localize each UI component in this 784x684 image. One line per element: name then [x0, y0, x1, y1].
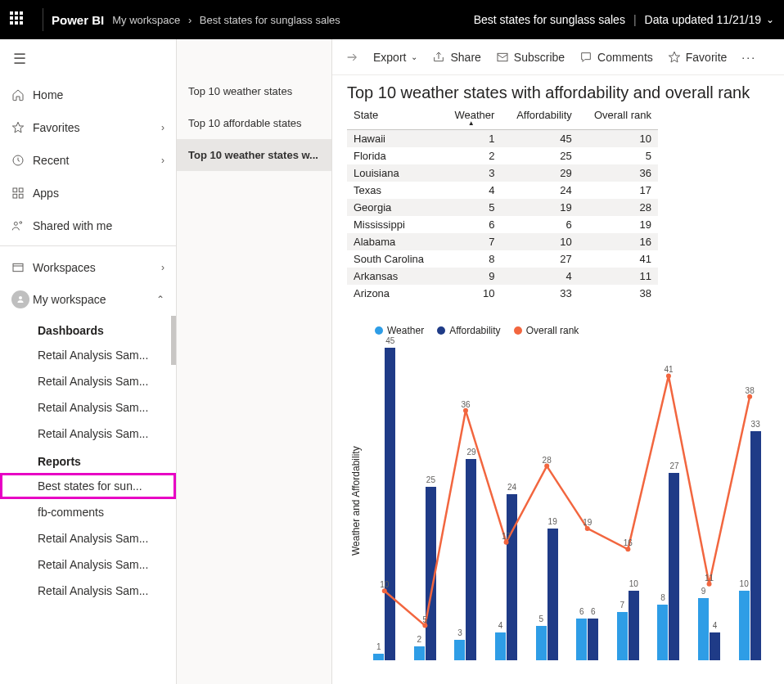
- scrollbar-thumb[interactable]: [171, 316, 176, 365]
- bar-weather[interactable]: 1: [373, 654, 384, 660]
- brand-label: Power BI: [52, 13, 104, 27]
- nav-label: Shared with me: [33, 219, 164, 232]
- legend-weather[interactable]: Weather: [375, 325, 424, 336]
- bar-group[interactable]: 145: [365, 341, 404, 660]
- left-nav: ☰ Home Favorites › Recent › Apps: [0, 39, 177, 684]
- col-state[interactable]: State: [347, 106, 441, 130]
- table-row[interactable]: Louisiana32936: [347, 164, 658, 182]
- hamburger-icon[interactable]: ☰: [0, 39, 176, 79]
- chevron-down-icon[interactable]: ⌄: [766, 14, 774, 25]
- report-item[interactable]: Retail Analysis Sam...: [0, 578, 176, 604]
- subscribe-button[interactable]: Subscribe: [496, 51, 565, 64]
- nav-home[interactable]: Home: [0, 79, 176, 111]
- report-toolbar: Export ⌄ Share Subscribe Comments Favori…: [332, 39, 784, 75]
- report-canvas-area: Export ⌄ Share Subscribe Comments Favori…: [332, 39, 784, 684]
- data-table[interactable]: State Weather Affordability Overall rank…: [347, 106, 658, 302]
- export-button[interactable]: Export ⌄: [373, 51, 417, 64]
- bar-group[interactable]: 424: [487, 341, 526, 660]
- shared-icon: [11, 219, 33, 232]
- back-forward-control[interactable]: [345, 51, 358, 64]
- table-row[interactable]: South Carolina82741: [347, 250, 658, 268]
- dashboard-item[interactable]: Retail Analysis Sam...: [0, 342, 176, 368]
- table-row[interactable]: Arizona103338: [347, 285, 658, 302]
- bar-group[interactable]: 519: [527, 341, 566, 660]
- table-row[interactable]: Hawaii14510: [347, 130, 658, 148]
- data-updated-label[interactable]: Data updated 11/21/19: [645, 13, 761, 26]
- nav-recent[interactable]: Recent ›: [0, 144, 176, 177]
- table-row[interactable]: Mississippi6619: [347, 216, 658, 233]
- bar-group[interactable]: 710: [609, 341, 648, 660]
- favorite-button[interactable]: Favorite: [668, 51, 728, 64]
- bar-group[interactable]: 225: [406, 341, 445, 660]
- report-item[interactable]: fb-comments: [0, 499, 176, 525]
- dashboard-item[interactable]: Retail Analysis Sam...: [0, 394, 176, 421]
- combo-chart[interactable]: Weather and Affordability 14522532942451…: [347, 341, 769, 660]
- table-row[interactable]: Alabama71016: [347, 233, 658, 250]
- bar-afford[interactable]: 25: [426, 487, 436, 660]
- more-button[interactable]: ···: [741, 51, 756, 64]
- col-weather[interactable]: Weather: [441, 106, 501, 130]
- svg-rect-4: [19, 194, 23, 198]
- home-icon: [11, 88, 33, 101]
- bar-afford[interactable]: 24: [507, 494, 517, 660]
- bar-weather[interactable]: 2: [414, 646, 425, 660]
- bar-group[interactable]: 827: [649, 341, 688, 660]
- bar-group[interactable]: 329: [446, 341, 485, 660]
- report-pages-pane: Top 10 weather states Top 10 affordable …: [177, 39, 332, 684]
- bar-afford[interactable]: 10: [629, 591, 639, 660]
- nav-my-workspace[interactable]: My workspace ⌃: [0, 283, 176, 316]
- bar-weather[interactable]: 9: [698, 598, 709, 660]
- dashboard-item[interactable]: Retail Analysis Sam...: [0, 421, 176, 447]
- nav-apps[interactable]: Apps: [0, 177, 176, 209]
- line-label: 28: [543, 455, 552, 464]
- toolbar-label: Subscribe: [514, 51, 565, 64]
- bar-weather[interactable]: 6: [576, 619, 587, 660]
- page-tab-active[interactable]: Top 10 weather states w...: [177, 139, 331, 171]
- bar-afford[interactable]: 33: [750, 431, 761, 660]
- comments-button[interactable]: Comments: [579, 51, 653, 64]
- bar-afford[interactable]: 4: [710, 632, 720, 660]
- bar-afford[interactable]: 45: [385, 348, 395, 660]
- chevron-right-icon: ›: [188, 14, 191, 26]
- chevron-down-icon: ⌄: [411, 52, 417, 61]
- svg-rect-2: [19, 188, 23, 192]
- page-tab[interactable]: Top 10 weather states: [177, 75, 331, 107]
- bar-group[interactable]: 94: [690, 341, 729, 660]
- bar-afford[interactable]: 19: [547, 529, 558, 660]
- bar-weather[interactable]: 10: [739, 591, 750, 660]
- bar-weather[interactable]: 3: [454, 640, 465, 660]
- breadcrumb-item[interactable]: Best states for sunglass sales: [200, 14, 340, 26]
- line-label: 16: [624, 538, 633, 547]
- page-tab[interactable]: Top 10 affordable states: [177, 107, 331, 139]
- report-item[interactable]: Retail Analysis Sam...: [0, 525, 176, 551]
- table-row[interactable]: Florida2255: [347, 147, 658, 164]
- table-row[interactable]: Georgia51928: [347, 199, 658, 216]
- col-rank[interactable]: Overall rank: [579, 106, 658, 130]
- share-button[interactable]: Share: [432, 51, 480, 64]
- bar-weather[interactable]: 5: [536, 626, 547, 660]
- apps-icon: [11, 187, 33, 200]
- legend-rank[interactable]: Overall rank: [514, 325, 579, 336]
- table-row[interactable]: Arkansas9411: [347, 268, 658, 285]
- bar-weather[interactable]: 8: [657, 605, 668, 660]
- bar-weather[interactable]: 7: [617, 612, 628, 660]
- bar-group[interactable]: 66: [568, 341, 607, 660]
- nav-shared[interactable]: Shared with me: [0, 209, 176, 242]
- workspace-tree: Dashboards Retail Analysis Sam... Retail…: [0, 316, 176, 604]
- dashboard-item[interactable]: Retail Analysis Sam...: [0, 368, 176, 394]
- bar-afford[interactable]: 29: [466, 459, 476, 660]
- nav-favorites[interactable]: Favorites ›: [0, 111, 176, 144]
- line-label: 5: [423, 614, 428, 623]
- legend-afford[interactable]: Affordability: [437, 325, 500, 336]
- report-item-selected[interactable]: Best states for sun...: [0, 473, 176, 499]
- bar-weather[interactable]: 4: [495, 632, 506, 660]
- report-item[interactable]: Retail Analysis Sam...: [0, 551, 176, 578]
- table-row[interactable]: Texas42417: [347, 182, 658, 199]
- toolbar-label: Share: [450, 51, 480, 64]
- col-afford[interactable]: Affordability: [501, 106, 578, 130]
- breadcrumb-item[interactable]: My workspace: [112, 14, 180, 26]
- app-launcher-icon[interactable]: [10, 11, 26, 28]
- bar-afford[interactable]: 6: [588, 619, 598, 660]
- bar-afford[interactable]: 27: [669, 473, 679, 660]
- nav-workspaces[interactable]: Workspaces ›: [0, 245, 176, 283]
